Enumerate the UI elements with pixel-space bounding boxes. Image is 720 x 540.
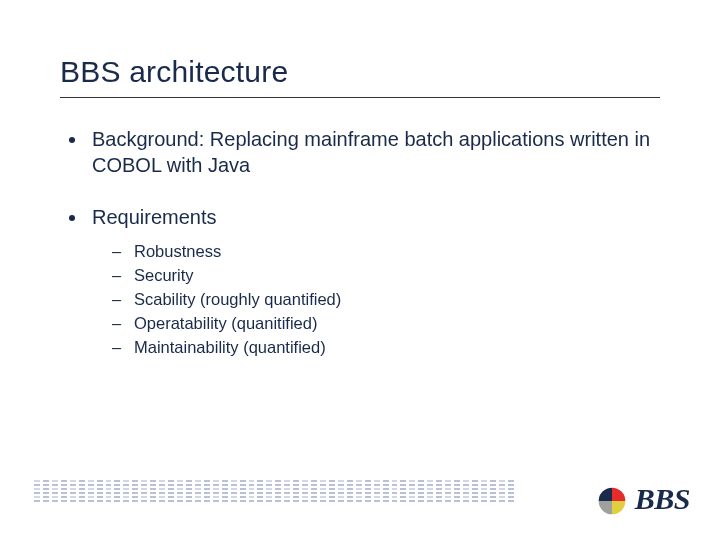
decorative-dots	[34, 480, 514, 512]
bullet-list: Background: Replacing mainframe batch ap…	[60, 126, 660, 360]
slide: BBS architecture Background: Replacing m…	[0, 0, 720, 540]
bullet-item: Requirements Robustness Security Scabili…	[88, 204, 660, 360]
sub-bullet-item: Operatability (quanitified)	[112, 312, 660, 336]
sub-bullet-item: Security	[112, 264, 660, 288]
sub-bullet-item: Robustness	[112, 240, 660, 264]
sub-bullet-text: Robustness	[134, 242, 221, 260]
sub-bullet-text: Scability (roughly quantified)	[134, 290, 341, 308]
sub-bullet-item: Maintainability (quantified)	[112, 336, 660, 360]
title-underline	[60, 97, 660, 98]
slide-footer: BBS	[0, 472, 720, 512]
bullet-text: Requirements	[88, 204, 660, 230]
sub-bullet-item: Scability (roughly quantified)	[112, 288, 660, 312]
sub-bullet-text: Security	[134, 266, 194, 284]
sub-bullet-text: Maintainability (quantified)	[134, 338, 326, 356]
bbs-logo-icon	[597, 486, 627, 516]
bbs-logo: BBS	[597, 482, 690, 516]
bbs-logo-text: BBS	[635, 482, 690, 516]
sub-bullet-list: Robustness Security Scability (roughly q…	[112, 240, 660, 360]
bullet-text: Background: Replacing mainframe batch ap…	[88, 126, 660, 178]
slide-title: BBS architecture	[60, 55, 660, 89]
sub-bullet-text: Operatability (quanitified)	[134, 314, 317, 332]
bullet-item: Background: Replacing mainframe batch ap…	[88, 126, 660, 178]
